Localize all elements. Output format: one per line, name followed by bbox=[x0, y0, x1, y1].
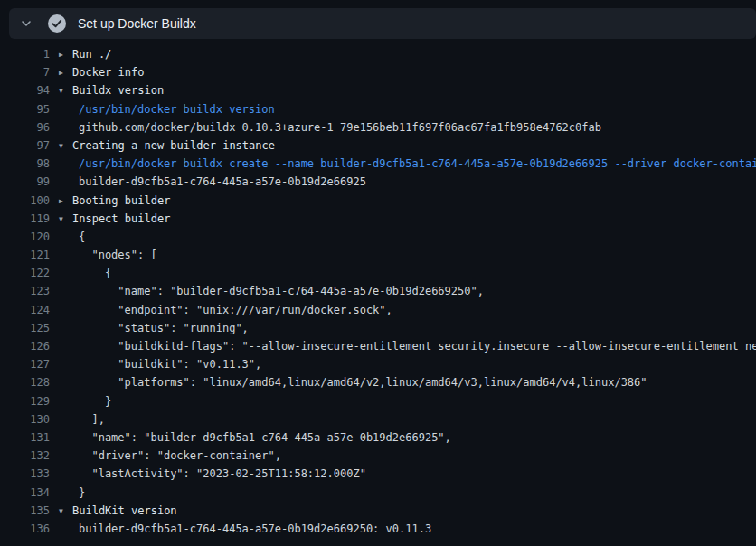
line-number[interactable]: 7 bbox=[0, 63, 50, 81]
line-number[interactable]: 136 bbox=[0, 520, 50, 538]
log-line-body: ▼Creating a new builder instance bbox=[50, 136, 756, 155]
line-number[interactable]: 123 bbox=[0, 282, 50, 300]
log-line: 131 "name": "builder-d9cfb5a1-c764-445a-… bbox=[0, 428, 756, 447]
line-number[interactable]: 98 bbox=[0, 155, 50, 173]
log-line[interactable]: 135 ▼BuildKit version bbox=[0, 502, 756, 520]
log-line: 126 "buildkitd-flags": "--allow-insecure… bbox=[0, 337, 756, 355]
log-line[interactable]: 1 ▶Run ./ bbox=[0, 45, 756, 63]
log-line: 120 { bbox=[0, 228, 756, 246]
step-title: Set up Docker Buildx bbox=[78, 16, 196, 31]
log-line: 125 "status": "running", bbox=[0, 319, 756, 337]
line-number[interactable]: 120 bbox=[0, 228, 50, 246]
log-line: 96 github.com/docker/buildx 0.10.3+azure… bbox=[0, 118, 756, 136]
log-text: "status": "running", bbox=[79, 322, 249, 334]
log-line[interactable]: 94 ▼Buildx version bbox=[0, 81, 756, 99]
line-number[interactable]: 131 bbox=[0, 428, 50, 447]
line-number[interactable]: 95 bbox=[0, 100, 50, 118]
log-line-body: { bbox=[50, 228, 756, 246]
group-toggle-icon[interactable]: ▼ bbox=[59, 137, 72, 155]
log-line-body: ▶Docker info bbox=[50, 63, 756, 81]
log-line-body: "status": "running", bbox=[50, 319, 756, 337]
log-text: Run ./ bbox=[72, 48, 111, 61]
log-line: 122 { bbox=[0, 264, 756, 282]
line-number[interactable]: 135 bbox=[0, 502, 50, 520]
log-text: Buildx version bbox=[72, 84, 164, 97]
line-number[interactable]: 129 bbox=[0, 392, 50, 410]
log-text: github.com/docker/buildx 0.10.3+azure-1 … bbox=[79, 121, 601, 134]
log-panel: 1 ▶Run ./ 7 ▶Docker info 94 ▼Buildx vers… bbox=[0, 39, 756, 546]
log-line: 133 "lastActivity": "2023-02-25T11:58:12… bbox=[0, 465, 756, 483]
line-number[interactable]: 99 bbox=[0, 173, 50, 191]
log-line-body: "lastActivity": "2023-02-25T11:58:12.000… bbox=[50, 465, 756, 483]
log-line[interactable]: 119 ▼Inspect builder bbox=[0, 210, 756, 228]
log-text: { bbox=[79, 231, 85, 243]
log-line-body: "name": "builder-d9cfb5a1-c764-445a-a57e… bbox=[50, 428, 756, 447]
log-text: "driver": "docker-container", bbox=[79, 449, 281, 462]
log-line-body: { bbox=[50, 264, 756, 282]
group-toggle-icon[interactable]: ▶ bbox=[59, 193, 72, 210]
line-number[interactable]: 124 bbox=[0, 301, 50, 319]
line-number[interactable]: 1 bbox=[0, 45, 50, 63]
log-line[interactable]: 100 ▶Booting builder bbox=[0, 192, 756, 210]
line-number[interactable]: 94 bbox=[0, 81, 50, 99]
line-number[interactable]: 100 bbox=[0, 192, 50, 210]
line-number[interactable]: 121 bbox=[0, 246, 50, 264]
log-line-body: "endpoint": "unix:///var/run/docker.sock… bbox=[50, 301, 756, 319]
log-line: 95 /usr/bin/docker buildx version bbox=[0, 100, 756, 118]
line-number[interactable]: 96 bbox=[0, 118, 50, 136]
log-line-body: "nodes": [ bbox=[50, 246, 756, 264]
log-text: /usr/bin/docker buildx version bbox=[79, 103, 275, 116]
log-line: 121 "nodes": [ bbox=[0, 246, 756, 264]
log-text: Booting builder bbox=[72, 194, 170, 207]
log-line: 132 "driver": "docker-container", bbox=[0, 447, 756, 465]
log-text: builder-d9cfb5a1-c764-445a-a57e-0b19d2e6… bbox=[79, 522, 431, 535]
group-toggle-icon[interactable]: ▶ bbox=[59, 64, 72, 81]
log-line-body: builder-d9cfb5a1-c764-445a-a57e-0b19d2e6… bbox=[50, 520, 756, 538]
log-line: 136 builder-d9cfb5a1-c764-445a-a57e-0b19… bbox=[0, 520, 756, 538]
log-line: 123 "name": "builder-d9cfb5a1-c764-445a-… bbox=[0, 282, 756, 300]
log-line-body: ▼BuildKit version bbox=[50, 502, 756, 520]
log-line-body: "buildkitd-flags": "--allow-insecure-ent… bbox=[50, 337, 756, 355]
line-number[interactable]: 125 bbox=[0, 319, 50, 337]
line-number[interactable]: 119 bbox=[0, 210, 50, 228]
log-text: "name": "builder-d9cfb5a1-c764-445a-a57e… bbox=[79, 431, 451, 444]
log-line-body: github.com/docker/buildx 0.10.3+azure-1 … bbox=[50, 118, 756, 136]
log-text: "platforms": "linux/amd64,linux/amd64/v2… bbox=[79, 376, 647, 389]
log-text: } bbox=[79, 395, 111, 408]
log-line-body: } bbox=[50, 392, 756, 410]
log-line: 134 } bbox=[0, 484, 756, 502]
log-line-body: "name": "builder-d9cfb5a1-c764-445a-a57e… bbox=[50, 282, 756, 300]
log-text: Creating a new builder instance bbox=[72, 139, 275, 152]
log-line[interactable]: 7 ▶Docker info bbox=[0, 63, 756, 81]
log-text: "name": "builder-d9cfb5a1-c764-445a-a57e… bbox=[79, 285, 484, 297]
log-lines: 1 ▶Run ./ 7 ▶Docker info 94 ▼Buildx vers… bbox=[0, 45, 756, 538]
log-text: "lastActivity": "2023-02-25T11:58:12.000… bbox=[79, 467, 366, 480]
line-number[interactable]: 97 bbox=[0, 136, 50, 155]
line-number[interactable]: 132 bbox=[0, 447, 50, 465]
line-number[interactable]: 133 bbox=[0, 465, 50, 483]
group-toggle-icon[interactable]: ▼ bbox=[59, 503, 72, 520]
line-number[interactable]: 126 bbox=[0, 337, 50, 355]
line-number[interactable]: 122 bbox=[0, 264, 50, 282]
log-line: 124 "endpoint": "unix:///var/run/docker.… bbox=[0, 301, 756, 319]
check-circle-icon bbox=[48, 14, 66, 33]
log-line: 128 "platforms": "linux/amd64,linux/amd6… bbox=[0, 373, 756, 391]
log-line-body: } bbox=[50, 484, 756, 502]
line-number[interactable]: 134 bbox=[0, 484, 50, 502]
log-line-body: ▼Inspect builder bbox=[50, 210, 756, 228]
line-number[interactable]: 130 bbox=[0, 410, 50, 428]
group-toggle-icon[interactable]: ▼ bbox=[59, 82, 72, 99]
chevron-down-icon[interactable] bbox=[21, 18, 32, 29]
line-number[interactable]: 128 bbox=[0, 373, 50, 391]
log-text: { bbox=[79, 267, 111, 279]
log-text: BuildKit version bbox=[72, 504, 177, 517]
log-text: "nodes": [ bbox=[79, 249, 157, 261]
log-text: "endpoint": "unix:///var/run/docker.sock… bbox=[79, 304, 392, 316]
group-toggle-icon[interactable]: ▼ bbox=[59, 211, 72, 228]
line-number[interactable]: 127 bbox=[0, 355, 50, 373]
log-line[interactable]: 97 ▼Creating a new builder instance bbox=[0, 136, 756, 155]
log-text: "buildkit": "v0.11.3", bbox=[79, 358, 261, 371]
step-header[interactable]: Set up Docker Buildx bbox=[9, 8, 756, 39]
log-text: builder-d9cfb5a1-c764-445a-a57e-0b19d2e6… bbox=[79, 175, 366, 188]
group-toggle-icon[interactable]: ▶ bbox=[59, 46, 72, 63]
